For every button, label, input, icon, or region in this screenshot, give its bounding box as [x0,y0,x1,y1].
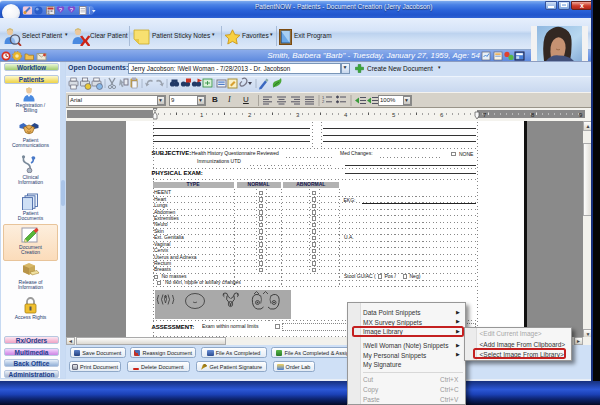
svg-text:8: 8 [531,112,535,118]
svg-text:5: 5 [392,112,396,118]
svg-text:6: 6 [440,112,444,118]
svg-text:4: 4 [344,112,348,118]
svg-text:2: 2 [322,99,325,104]
svg-text:3: 3 [296,112,300,118]
svg-text:7: 7 [483,112,487,118]
svg-text:2: 2 [248,112,252,118]
svg-text:1: 1 [200,112,204,118]
svg-text:9: 9 [579,112,583,118]
